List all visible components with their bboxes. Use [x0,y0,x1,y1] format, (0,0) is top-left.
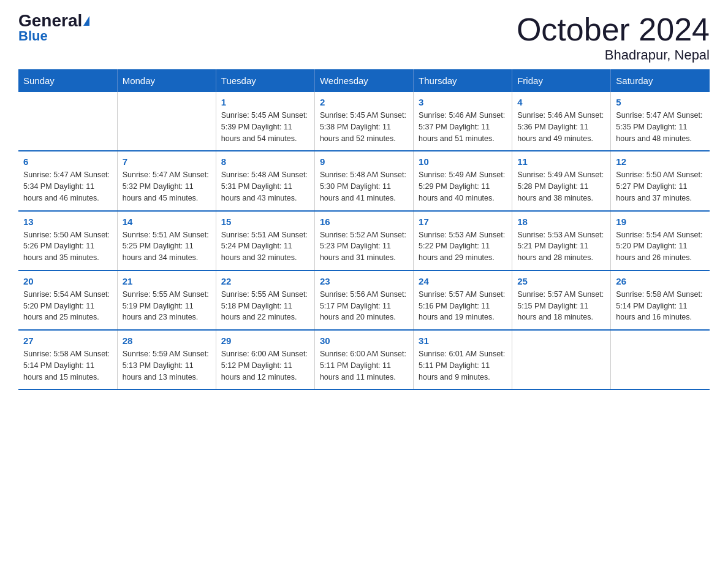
header-day-saturday: Saturday [611,69,710,92]
day-number: 22 [221,276,309,286]
calendar-cell: 19Sunrise: 5:54 AM Sunset: 5:20 PM Dayli… [611,211,710,270]
day-number: 5 [616,97,705,107]
page-header: General Blue October 2024 Bhadrapur, Nep… [18,12,710,63]
calendar-subtitle: Bhadrapur, Nepal [517,47,710,63]
calendar-cell: 16Sunrise: 5:52 AM Sunset: 5:23 PM Dayli… [314,211,413,270]
header-day-friday: Friday [512,69,611,92]
day-number: 19 [616,216,705,227]
day-info: Sunrise: 5:55 AM Sunset: 5:18 PM Dayligh… [221,289,309,323]
day-number: 11 [517,156,605,167]
day-info: Sunrise: 5:54 AM Sunset: 5:20 PM Dayligh… [23,289,112,323]
day-number: 31 [419,335,507,346]
day-number: 27 [23,335,112,346]
day-number: 2 [320,97,408,107]
calendar-cell: 30Sunrise: 6:00 AM Sunset: 5:11 PM Dayli… [314,330,413,389]
day-info: Sunrise: 5:56 AM Sunset: 5:17 PM Dayligh… [320,289,408,323]
day-number: 25 [517,276,605,286]
day-number: 29 [221,335,309,346]
day-info: Sunrise: 5:51 AM Sunset: 5:25 PM Dayligh… [123,229,211,264]
logo-general-text: General [18,12,82,29]
calendar-table: SundayMondayTuesdayWednesdayThursdayFrid… [18,69,710,390]
day-info: Sunrise: 6:01 AM Sunset: 5:11 PM Dayligh… [419,348,507,383]
calendar-cell [117,92,216,151]
calendar-cell: 5Sunrise: 5:47 AM Sunset: 5:35 PM Daylig… [611,92,710,151]
day-number: 24 [419,276,507,286]
day-info: Sunrise: 5:45 AM Sunset: 5:38 PM Dayligh… [320,110,408,144]
header-day-monday: Monday [117,69,216,92]
calendar-header: SundayMondayTuesdayWednesdayThursdayFrid… [18,69,710,92]
day-info: Sunrise: 5:50 AM Sunset: 5:26 PM Dayligh… [23,229,112,264]
header-day-wednesday: Wednesday [314,69,413,92]
day-number: 6 [23,156,112,167]
day-info: Sunrise: 5:46 AM Sunset: 5:36 PM Dayligh… [517,110,605,144]
header-row: SundayMondayTuesdayWednesdayThursdayFrid… [18,69,710,92]
calendar-cell: 25Sunrise: 5:57 AM Sunset: 5:15 PM Dayli… [512,270,611,330]
calendar-cell: 23Sunrise: 5:56 AM Sunset: 5:17 PM Dayli… [314,270,413,330]
logo-blue-text: Blue [18,29,48,43]
calendar-title: October 2024 [517,12,710,47]
day-number: 8 [221,156,309,167]
calendar-cell: 14Sunrise: 5:51 AM Sunset: 5:25 PM Dayli… [117,211,216,270]
day-info: Sunrise: 5:54 AM Sunset: 5:20 PM Dayligh… [616,229,705,264]
day-info: Sunrise: 5:57 AM Sunset: 5:15 PM Dayligh… [517,289,605,323]
calendar-body: 1Sunrise: 5:45 AM Sunset: 5:39 PM Daylig… [18,92,710,389]
week-row-5: 27Sunrise: 5:58 AM Sunset: 5:14 PM Dayli… [18,330,710,389]
day-number: 9 [320,156,408,167]
day-number: 30 [320,335,408,346]
calendar-cell: 15Sunrise: 5:51 AM Sunset: 5:24 PM Dayli… [216,211,314,270]
calendar-cell: 29Sunrise: 6:00 AM Sunset: 5:12 PM Dayli… [216,330,314,389]
week-row-1: 1Sunrise: 5:45 AM Sunset: 5:39 PM Daylig… [18,92,710,151]
day-number: 26 [616,276,705,286]
calendar-cell [611,330,710,389]
calendar-cell: 22Sunrise: 5:55 AM Sunset: 5:18 PM Dayli… [216,270,314,330]
day-info: Sunrise: 5:49 AM Sunset: 5:28 PM Dayligh… [517,169,605,204]
calendar-cell: 7Sunrise: 5:47 AM Sunset: 5:32 PM Daylig… [117,151,216,210]
calendar-cell: 31Sunrise: 6:01 AM Sunset: 5:11 PM Dayli… [414,330,512,389]
day-number: 12 [616,156,705,167]
day-number: 15 [221,216,309,227]
header-day-sunday: Sunday [18,69,117,92]
calendar-cell: 21Sunrise: 5:55 AM Sunset: 5:19 PM Dayli… [117,270,216,330]
day-info: Sunrise: 5:52 AM Sunset: 5:23 PM Dayligh… [320,229,408,264]
day-info: Sunrise: 5:53 AM Sunset: 5:22 PM Dayligh… [419,229,507,264]
week-row-3: 13Sunrise: 5:50 AM Sunset: 5:26 PM Dayli… [18,211,710,270]
calendar-cell: 3Sunrise: 5:46 AM Sunset: 5:37 PM Daylig… [414,92,512,151]
calendar-cell: 11Sunrise: 5:49 AM Sunset: 5:28 PM Dayli… [512,151,611,210]
calendar-cell: 10Sunrise: 5:49 AM Sunset: 5:29 PM Dayli… [414,151,512,210]
day-number: 20 [23,276,112,286]
calendar-cell [512,330,611,389]
day-number: 3 [419,97,507,107]
header-day-tuesday: Tuesday [216,69,314,92]
day-info: Sunrise: 5:51 AM Sunset: 5:24 PM Dayligh… [221,229,309,264]
calendar-cell: 12Sunrise: 5:50 AM Sunset: 5:27 PM Dayli… [611,151,710,210]
calendar-cell: 1Sunrise: 5:45 AM Sunset: 5:39 PM Daylig… [216,92,314,151]
calendar-cell: 26Sunrise: 5:58 AM Sunset: 5:14 PM Dayli… [611,270,710,330]
day-number: 14 [123,216,211,227]
calendar-cell: 27Sunrise: 5:58 AM Sunset: 5:14 PM Dayli… [18,330,117,389]
day-info: Sunrise: 5:50 AM Sunset: 5:27 PM Dayligh… [616,169,705,204]
day-info: Sunrise: 5:45 AM Sunset: 5:39 PM Dayligh… [221,110,309,144]
calendar-cell: 13Sunrise: 5:50 AM Sunset: 5:26 PM Dayli… [18,211,117,270]
calendar-cell: 20Sunrise: 5:54 AM Sunset: 5:20 PM Dayli… [18,270,117,330]
day-number: 18 [517,216,605,227]
day-info: Sunrise: 5:47 AM Sunset: 5:35 PM Dayligh… [616,110,705,144]
logo-triangle-icon [83,16,89,26]
day-info: Sunrise: 5:55 AM Sunset: 5:19 PM Dayligh… [123,289,211,323]
day-info: Sunrise: 5:57 AM Sunset: 5:16 PM Dayligh… [419,289,507,323]
day-info: Sunrise: 5:58 AM Sunset: 5:14 PM Dayligh… [23,348,112,383]
calendar-cell: 18Sunrise: 5:53 AM Sunset: 5:21 PM Dayli… [512,211,611,270]
day-number: 28 [123,335,211,346]
calendar-cell: 24Sunrise: 5:57 AM Sunset: 5:16 PM Dayli… [414,270,512,330]
week-row-4: 20Sunrise: 5:54 AM Sunset: 5:20 PM Dayli… [18,270,710,330]
day-info: Sunrise: 6:00 AM Sunset: 5:11 PM Dayligh… [320,348,408,383]
header-day-thursday: Thursday [414,69,512,92]
day-info: Sunrise: 5:48 AM Sunset: 5:31 PM Dayligh… [221,169,309,204]
day-number: 7 [123,156,211,167]
calendar-cell: 28Sunrise: 5:59 AM Sunset: 5:13 PM Dayli… [117,330,216,389]
calendar-cell [18,92,117,151]
day-info: Sunrise: 5:59 AM Sunset: 5:13 PM Dayligh… [123,348,211,383]
day-number: 1 [221,97,309,107]
calendar-cell: 2Sunrise: 5:45 AM Sunset: 5:38 PM Daylig… [314,92,413,151]
calendar-cell: 8Sunrise: 5:48 AM Sunset: 5:31 PM Daylig… [216,151,314,210]
calendar-cell: 6Sunrise: 5:47 AM Sunset: 5:34 PM Daylig… [18,151,117,210]
